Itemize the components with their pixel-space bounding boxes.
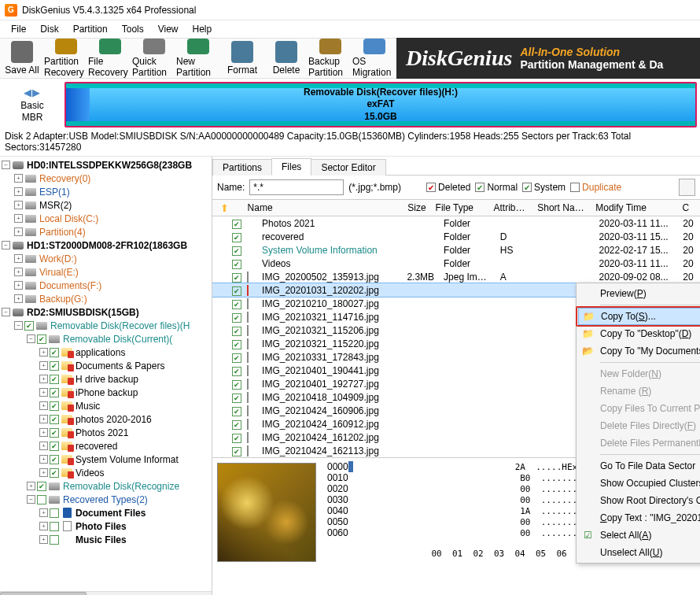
tree-row[interactable]: +Partition(4) <box>0 225 212 238</box>
tree-expand-icon[interactable]: + <box>39 442 48 450</box>
tree-checkbox-icon[interactable]: ✔ <box>50 388 59 397</box>
tree-expand-icon[interactable]: + <box>39 401 48 410</box>
tree-row[interactable]: +Photo Files <box>0 519 212 533</box>
tree-checkbox-icon[interactable]: ✔ <box>50 428 59 438</box>
col-attr[interactable]: Attribute <box>489 202 533 213</box>
ctx-item[interactable]: Go To File Data Sector▸ <box>578 457 700 475</box>
tree-expand-icon[interactable]: + <box>39 522 48 530</box>
row-checkbox-icon[interactable]: ✔ <box>232 447 241 456</box>
filter-apply-button[interactable] <box>679 179 695 196</box>
tree-expand-icon[interactable]: + <box>39 508 48 517</box>
col-modify[interactable]: Modify Time <box>591 202 677 213</box>
tree-expand-icon[interactable]: + <box>14 227 23 236</box>
tree-expand-icon[interactable]: + <box>39 535 48 544</box>
tab-partitions[interactable]: Partitions <box>212 159 272 176</box>
tree-checkbox-icon[interactable] <box>50 535 59 545</box>
col-size[interactable]: Size <box>387 202 431 213</box>
tree-expand-icon[interactable]: − <box>14 321 23 330</box>
tree-expand-icon[interactable]: + <box>39 375 48 383</box>
tree-checkbox-icon[interactable] <box>50 508 59 518</box>
tree-expand-icon[interactable]: + <box>14 294 23 303</box>
tree-expand-icon[interactable]: + <box>39 415 48 423</box>
filter-deleted-checkbox[interactable]: ✔Deleted <box>426 182 470 193</box>
tool-quick-partition[interactable]: Quick Partition <box>132 39 176 78</box>
file-row[interactable]: ✔IMG_20200502_135913.jpg2.3MBJpeg ImageA… <box>212 270 700 283</box>
tree-row[interactable]: −Recovered Types(2) <box>0 493 212 506</box>
tree-checkbox-icon[interactable]: ✔ <box>37 334 46 344</box>
tree-checkbox-icon[interactable]: ✔ <box>50 442 59 451</box>
tool-partition-recovery[interactable]: Partition Recovery <box>44 39 88 78</box>
file-row[interactable]: ✔VideosFolder2020-03-11 11...20 <box>212 257 700 270</box>
tree-checkbox-icon[interactable]: ✔ <box>50 415 59 424</box>
ctx-item[interactable]: Show Occupied Clusters List <box>578 475 700 492</box>
tab-sector-editor[interactable]: Sector Editor <box>311 159 385 176</box>
tree-expand-icon[interactable]: + <box>14 201 23 209</box>
row-checkbox-icon[interactable]: ✔ <box>232 273 241 283</box>
ctx-item[interactable]: ☑Select All(A) <box>578 527 700 544</box>
tree-expand-icon[interactable]: + <box>14 254 23 263</box>
tool-os-migration[interactable]: OS Migration <box>352 39 396 78</box>
tree-row[interactable]: +✔Photos 2021 <box>0 426 212 439</box>
tree-expand-icon[interactable]: − <box>27 334 35 343</box>
tree-expand-icon[interactable]: − <box>2 241 10 249</box>
row-checkbox-icon[interactable]: ✔ <box>232 246 241 256</box>
tree-expand-icon[interactable]: + <box>39 468 48 477</box>
tree-checkbox-icon[interactable]: ✔ <box>50 455 59 464</box>
col-create[interactable]: C <box>678 202 700 213</box>
tool-delete[interactable]: Delete <box>264 39 308 78</box>
row-checkbox-icon[interactable]: ✔ <box>232 434 241 443</box>
col-type[interactable]: File Type <box>431 202 489 213</box>
tree-row[interactable]: +MSR(2) <box>0 198 212 212</box>
tree-checkbox-icon[interactable] <box>37 495 46 504</box>
tree-expand-icon[interactable]: + <box>14 268 23 276</box>
row-checkbox-icon[interactable]: ✔ <box>232 394 241 403</box>
tree-expand-icon[interactable]: + <box>27 482 35 490</box>
menu-view[interactable]: View <box>152 22 185 36</box>
tree-row[interactable]: +Recovery(0) <box>0 172 212 185</box>
tool-format[interactable]: Format <box>220 39 264 78</box>
menu-disk[interactable]: Disk <box>34 22 64 36</box>
row-checkbox-icon[interactable]: ✔ <box>232 233 241 242</box>
tree-expand-icon[interactable]: + <box>14 187 23 196</box>
tree-row[interactable]: +Local Disk(C:) <box>0 212 212 225</box>
tree-expand-icon[interactable]: + <box>14 281 23 290</box>
tree-row[interactable]: +✔applications <box>0 346 212 359</box>
tree-row[interactable]: +Documents(F:) <box>0 279 212 292</box>
tree-expand-icon[interactable]: + <box>39 455 48 464</box>
ctx-item[interactable]: Show Root Directory's Clusters List <box>578 492 700 509</box>
tree-checkbox-icon[interactable]: ✔ <box>50 348 59 357</box>
row-checkbox-icon[interactable]: ✔ <box>232 340 241 349</box>
tree-expand-icon[interactable]: + <box>14 214 23 223</box>
tree-expand-icon[interactable]: + <box>39 361 48 370</box>
partition-bar[interactable]: Removable Disk(Recover files)(H:) exFAT … <box>64 82 697 128</box>
menu-file[interactable]: File <box>5 22 32 36</box>
tree-row[interactable]: +Music Files <box>0 533 212 546</box>
tool-save-all[interactable]: Save All <box>0 39 44 78</box>
ctx-item[interactable]: 📂Copy To "My Documents"(M) <box>578 342 700 360</box>
row-checkbox-icon[interactable]: ✔ <box>232 367 241 376</box>
filter-name-input[interactable] <box>249 179 344 195</box>
ctx-item[interactable]: Copy Text : "IMG_20201031_120202.jpg" <box>578 509 700 527</box>
tree-checkbox-icon[interactable]: ✔ <box>50 375 59 384</box>
tree-checkbox-icon[interactable]: ✔ <box>50 468 59 478</box>
tree-expand-icon[interactable]: − <box>2 161 10 169</box>
ctx-item[interactable]: 📁Copy To(S)... <box>578 308 700 325</box>
tool-new-partition[interactable]: New Partition <box>176 39 220 78</box>
ctx-item[interactable]: Unselect All(U) <box>578 544 700 561</box>
tree-row[interactable]: −✔Removable Disk(Current)( <box>0 332 212 346</box>
menu-partition[interactable]: Partition <box>67 22 114 36</box>
tree-row[interactable]: +✔Music <box>0 399 212 412</box>
tree-row[interactable]: −HD1:ST2000DM008-2FR102(1863GB <box>0 238 212 252</box>
col-short[interactable]: Short Name <box>532 202 591 213</box>
row-checkbox-icon[interactable]: ✔ <box>232 353 241 363</box>
tree-checkbox-icon[interactable]: ✔ <box>50 401 59 411</box>
row-checkbox-icon[interactable]: ✔ <box>232 380 241 390</box>
tree-row[interactable]: +✔iPhone backup <box>0 386 212 399</box>
tree-expand-icon[interactable]: + <box>14 174 23 183</box>
tree-expand-icon[interactable]: + <box>39 428 48 437</box>
tree-scrollbar-h[interactable] <box>0 591 212 595</box>
tree-expand-icon[interactable]: − <box>2 308 10 316</box>
row-checkbox-icon[interactable]: ✔ <box>232 220 241 229</box>
up-folder-icon[interactable]: ⬆ <box>217 201 227 215</box>
tree-expand-icon[interactable]: − <box>27 495 35 504</box>
